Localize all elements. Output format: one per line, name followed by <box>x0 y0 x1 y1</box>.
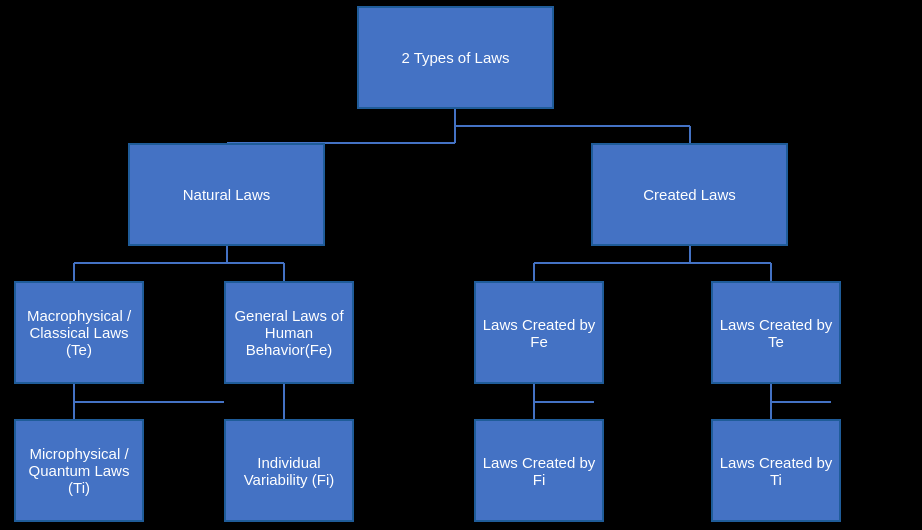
diagram: 2 Types of Laws Natural Laws Created Law… <box>0 0 922 530</box>
node-fe: Laws Created by Fe <box>474 281 604 384</box>
node-root: 2 Types of Laws <box>357 6 554 109</box>
node-natural: Natural Laws <box>128 143 325 246</box>
node-individual: Individual Variability (Fi) <box>224 419 354 522</box>
node-general: General Laws of Human Behavior(Fe) <box>224 281 354 384</box>
node-micro: Microphysical / Quantum Laws (Ti) <box>14 419 144 522</box>
node-created: Created Laws <box>591 143 788 246</box>
node-fi: Laws Created by Fi <box>474 419 604 522</box>
node-ti: Laws Created by Ti <box>711 419 841 522</box>
node-te: Laws Created by Te <box>711 281 841 384</box>
node-macro: Macrophysical / Classical Laws (Te) <box>14 281 144 384</box>
